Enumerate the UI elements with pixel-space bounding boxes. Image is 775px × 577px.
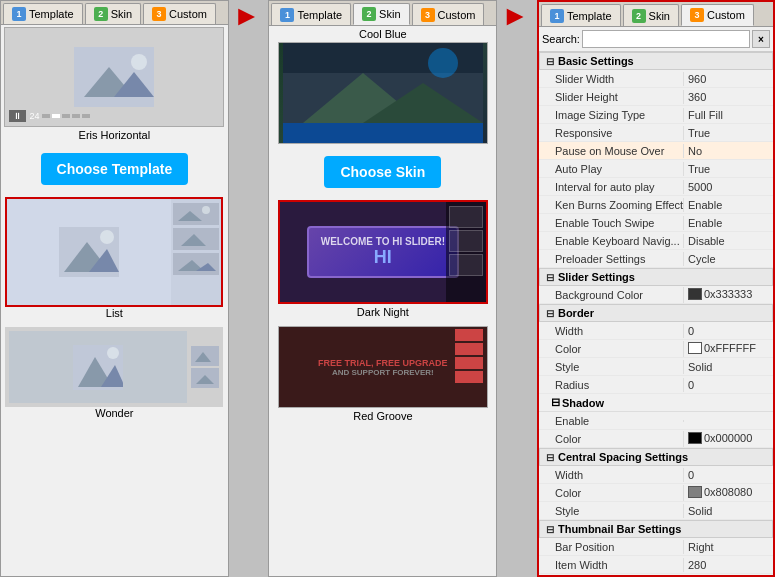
prop-name-slider-width: Slider Width — [539, 72, 683, 86]
play-button[interactable]: ⏸ — [9, 110, 26, 122]
arrow-mid-to-right: ► — [501, 0, 529, 577]
right-tab-skin-label: Skin — [649, 10, 670, 22]
prop-cs-width[interactable]: Width 0 — [539, 466, 773, 484]
prop-border-width[interactable]: Width 0 — [539, 322, 773, 340]
prop-border-radius[interactable]: Radius 0 — [539, 376, 773, 394]
prop-val-item-width: 280 — [683, 558, 773, 572]
search-bar: Search: × — [539, 27, 773, 52]
central-spacing-label: Central Spacing Settings — [558, 451, 688, 463]
wonder-thumb — [5, 327, 223, 407]
right-tab-custom-label: Custom — [707, 9, 745, 21]
prop-bg-color[interactable]: Background Color 0x333333 — [539, 286, 773, 304]
list-side-icon-1 — [176, 205, 216, 223]
prop-val-touch-swipe: Enable — [683, 216, 773, 230]
mid-tab-custom[interactable]: 3 Custom — [412, 3, 485, 25]
prop-image-sizing[interactable]: Image Sizing Type Full Fill — [539, 106, 773, 124]
prop-auto-play[interactable]: Auto Play True — [539, 160, 773, 178]
search-close-button[interactable]: × — [752, 30, 770, 48]
list-label: List — [3, 307, 226, 319]
left-tab-custom[interactable]: 3 Custom — [143, 3, 216, 24]
wonder-sub-1 — [191, 346, 219, 366]
rg-icon-1 — [455, 329, 483, 341]
left-scroll-area[interactable]: ⏸ 24 Eris Horizontal Choose T — [1, 25, 228, 576]
properties-area[interactable]: ⊟ Basic Settings Slider Width 960 Slider… — [539, 52, 773, 575]
prop-keyboard-nav[interactable]: Enable Keyboard Navig... Disable — [539, 232, 773, 250]
prop-item-height[interactable]: Item Height 76 — [539, 574, 773, 575]
red-groove-thumb: FREE TRIAL, FREE UPGRADE AND SUPPORT FOR… — [278, 326, 488, 408]
basic-settings-header[interactable]: ⊟ Basic Settings — [539, 52, 773, 70]
svg-point-7 — [100, 230, 114, 244]
prop-val-bar-position: Right — [683, 540, 773, 554]
bg-swatch-box — [688, 288, 702, 300]
prop-shadow-color[interactable]: Color 0x000000 — [539, 430, 773, 448]
prop-val-responsive: True — [683, 126, 773, 140]
border-header[interactable]: ⊟ Border — [539, 304, 773, 322]
playbar: ⏸ 24 — [9, 110, 90, 122]
mid-tab-template[interactable]: 1 Template — [271, 3, 351, 25]
prop-ken-burns[interactable]: Ken Burns Zooming Effect Enable — [539, 196, 773, 214]
central-spacing-toggle: ⊟ — [544, 452, 556, 463]
rg-icon-2 — [455, 343, 483, 355]
left-tab-skin[interactable]: 2 Skin — [85, 3, 141, 24]
prop-slider-width[interactable]: Slider Width 960 — [539, 70, 773, 88]
svg-point-19 — [107, 347, 119, 359]
template-item-wonder[interactable]: Wonder — [3, 327, 226, 419]
prop-item-width[interactable]: Item Width 280 — [539, 556, 773, 574]
red-groove-preview: FREE TRIAL, FREE UPGRADE AND SUPPORT FOR… — [279, 327, 487, 407]
list-side-icon-3 — [176, 255, 216, 273]
mid-tab-skin[interactable]: 2 Skin — [353, 3, 409, 25]
prop-slider-height[interactable]: Slider Height 360 — [539, 88, 773, 106]
prop-name-cs-style: Style — [539, 504, 683, 518]
skin-item-coolblue[interactable]: Cool Blue — [271, 28, 494, 144]
prop-interval[interactable]: Interval for auto play 5000 — [539, 178, 773, 196]
shadow-header[interactable]: ⊟ Shadow — [539, 394, 773, 412]
prop-bar-position[interactable]: Bar Position Right — [539, 538, 773, 556]
tab-num-1: 1 — [12, 7, 26, 21]
choose-template-button[interactable]: Choose Template — [41, 153, 189, 185]
mid-scroll-area[interactable]: Cool Blue Choo — [269, 26, 496, 576]
skin-item-redgroove[interactable]: FREE TRIAL, FREE UPGRADE AND SUPPORT FOR… — [271, 326, 494, 422]
shadow-swatch-box — [688, 432, 702, 444]
template-item-list[interactable]: List — [3, 197, 226, 319]
border-color-swatch: 0xFFFFFF — [688, 342, 756, 354]
right-tab-custom[interactable]: 3 Custom — [681, 4, 754, 26]
search-input[interactable] — [582, 30, 750, 48]
prop-name-cs-color: Color — [539, 486, 683, 500]
left-tab-template[interactable]: 1 Template — [3, 3, 83, 24]
prop-border-color[interactable]: Color 0xFFFFFF — [539, 340, 773, 358]
left-tab-bar: 1 Template 2 Skin 3 Custom — [1, 1, 228, 25]
prop-cs-color[interactable]: Color 0x808080 — [539, 484, 773, 502]
prop-preloader[interactable]: Preloader Settings Cycle — [539, 250, 773, 268]
right-tab-num-1: 1 — [550, 9, 564, 23]
tab-num-2: 2 — [94, 7, 108, 21]
prop-shadow-enable[interactable]: Enable — [539, 412, 773, 430]
dark-night-thumb: WELCOME TO HI SLIDER! HI — [278, 200, 488, 304]
central-spacing-header[interactable]: ⊟ Central Spacing Settings — [539, 448, 773, 466]
thumbnail-bar-header[interactable]: ⊟ Thumbnail Bar Settings — [539, 520, 773, 538]
dot-5 — [82, 114, 90, 118]
choose-skin-button[interactable]: Choose Skin — [324, 156, 441, 188]
prop-cs-style[interactable]: Style Solid — [539, 502, 773, 520]
rg-icon-4 — [455, 371, 483, 383]
slider-settings-header[interactable]: ⊟ Slider Settings — [539, 268, 773, 286]
template-item-eris[interactable]: ⏸ 24 Eris Horizontal — [3, 27, 226, 141]
prop-touch-swipe[interactable]: Enable Touch Swipe Enable — [539, 214, 773, 232]
prop-pause-mouse[interactable]: Pause on Mouse Over No — [539, 142, 773, 160]
wonder-sub-icon-2 — [193, 370, 217, 386]
prop-responsive[interactable]: Responsive True — [539, 124, 773, 142]
thumbnail-bar-rows: Bar Position Right Item Width 280 Item H… — [539, 538, 773, 575]
prop-val-cs-color: 0x808080 — [683, 485, 773, 501]
right-tab-template[interactable]: 1 Template — [541, 4, 621, 26]
wonder-mountain-icon — [73, 345, 123, 390]
red-groove-label: Red Groove — [271, 410, 494, 422]
prop-val-shadow-enable — [683, 420, 773, 422]
cool-blue-title: Cool Blue — [271, 28, 494, 40]
prop-name-interval: Interval for auto play — [539, 180, 683, 194]
left-tab-skin-label: Skin — [111, 8, 132, 20]
prop-val-pause-mouse: No — [683, 144, 773, 158]
border-rows: Width 0 Color 0xFFFFFF Style Solid Radiu… — [539, 322, 773, 394]
right-tab-skin[interactable]: 2 Skin — [623, 4, 679, 26]
prop-border-style[interactable]: Style Solid — [539, 358, 773, 376]
sidebar-thumb-1 — [449, 206, 483, 228]
skin-item-darknight[interactable]: WELCOME TO HI SLIDER! HI Dark Night — [271, 200, 494, 318]
